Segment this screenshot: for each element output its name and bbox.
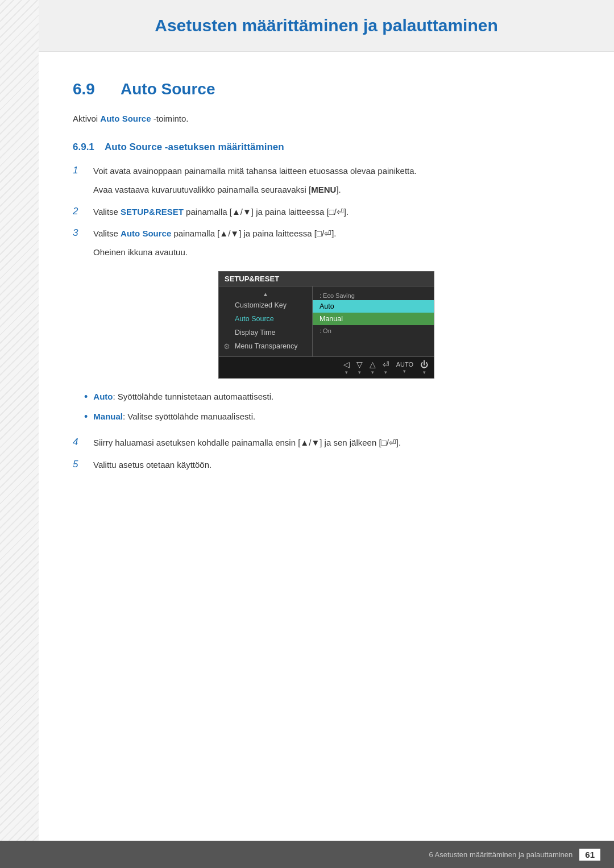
gear-icon: ⚙	[223, 342, 230, 350]
up-icon: △	[370, 360, 376, 369]
step-3-prefix: Valitse	[93, 229, 121, 238]
subsection-number: 6.9.1	[73, 142, 94, 152]
menu-body: ▲ Customized Key Auto Source Display Tim…	[219, 286, 434, 356]
navigate-icon: ▽	[356, 360, 363, 369]
step-1-number: 1	[73, 164, 84, 176]
bullet-list: • Auto: Syöttölähde tunnistetaan automaa…	[84, 390, 580, 425]
steps-list-2: 4 Siirry haluamasi asetuksen kohdalle pa…	[73, 436, 580, 472]
page-container: Asetusten määrittäminen ja palauttaminen…	[39, 0, 614, 868]
step-3-number: 3	[73, 227, 84, 239]
back-icon: ◁	[343, 360, 350, 369]
step-2-prefix: Valitse	[93, 207, 121, 217]
intro-bold: Auto Source	[100, 114, 151, 123]
step-1-sub: Avaa vastaava kuvaruutuvalikko painamall…	[93, 183, 580, 197]
intro-paragraph: Aktivoi Auto Source -toiminto.	[73, 112, 580, 126]
menu-item-menu-transparency: ⚙ Menu Transparency	[219, 339, 312, 353]
menu-bottom-bar: ◁ ▾ ▽ ▾ △ ▾ ⏎ ▾ AUTO ▾ ⏻ ▾	[219, 356, 434, 378]
menu-bottom-icon-enter: ⏎ ▾	[383, 360, 389, 375]
enter-label: ▾	[384, 369, 387, 375]
menu-item-customized-key: Customized Key	[219, 298, 312, 312]
steps-list: 1 Voit avata avainoppaan painamalla mitä…	[73, 164, 580, 260]
step-1-text: Voit avata avainoppaan painamalla mitä t…	[93, 166, 417, 176]
step-3-content: Valitse Auto Source painamalla [▲/▼] ja …	[93, 227, 580, 260]
step-4: 4 Siirry haluamasi asetuksen kohdalle pa…	[73, 436, 580, 450]
back-icon-label: ▾	[345, 369, 348, 375]
bullet-item-manual: • Manual: Valitse syöttölähde manuaalise…	[84, 410, 580, 425]
menu-right-eco-label: : Eco Saving	[313, 290, 434, 300]
auto-icon: AUTO	[396, 361, 413, 368]
menu-bottom-icon-up: △ ▾	[370, 360, 376, 375]
auto-label: ▾	[403, 368, 406, 374]
left-stripe	[0, 0, 39, 868]
intro-prefix: Aktivoi	[73, 114, 98, 123]
bullet-manual-desc: : Valitse syöttölähde manuaalisesti.	[123, 412, 255, 421]
menu-header-label: SETUP&RESET	[219, 272, 434, 286]
footer-text: 6 Asetusten määrittäminen ja palauttamin…	[429, 850, 572, 859]
power-icon: ⏻	[420, 360, 428, 369]
step-2-content: Valitse SETUP&RESET painamalla [▲/▼] ja …	[93, 205, 580, 219]
menu-item-display-time: Display Time	[219, 326, 312, 339]
step-1: 1 Voit avata avainoppaan painamalla mitä…	[73, 164, 580, 197]
bullet-auto-label: Auto	[93, 392, 113, 401]
menu-screenshot: SETUP&RESET ▲ Customized Key Auto Source…	[218, 271, 434, 379]
section-number: 6.9	[73, 80, 107, 98]
page-footer: 6 Asetusten määrittäminen ja palauttamin…	[0, 841, 614, 868]
bullet-auto-text: Auto: Syöttölähde tunnistetaan automaatt…	[93, 390, 273, 404]
menu-right-on-label: : On	[313, 325, 434, 335]
menu-item-auto-source: Auto Source	[219, 312, 312, 326]
menu-bottom-icon-back: ◁ ▾	[343, 360, 350, 375]
intro-suffix: -toiminto.	[154, 114, 189, 123]
step-3: 3 Valitse Auto Source painamalla [▲/▼] j…	[73, 227, 580, 260]
step-3-sub: Oheinen ikkuna avautuu.	[93, 246, 580, 260]
bullet-manual-label: Manual	[93, 412, 123, 421]
step-5: 5 Valittu asetus otetaan käyttöön.	[73, 458, 580, 472]
step-2-number: 2	[73, 205, 84, 217]
menu-right-auto: Auto	[313, 300, 434, 313]
bullet-dot-manual: •	[84, 409, 88, 425]
chapter-title: Asetusten määrittäminen ja palauttaminen	[73, 16, 580, 35]
subsection-title: Auto Source -asetuksen määrittäminen	[105, 142, 284, 152]
section-title: Auto Source	[121, 80, 215, 98]
step-1-content: Voit avata avainoppaan painamalla mitä t…	[93, 164, 580, 197]
step-5-content: Valittu asetus otetaan käyttöön.	[93, 458, 580, 472]
step-3-suffix: painamalla [▲/▼] ja paina laitteessa [□/…	[171, 229, 336, 238]
step-5-number: 5	[73, 458, 84, 470]
up-label: ▾	[371, 369, 374, 375]
menu-bottom-icon-navigate: ▽ ▾	[356, 360, 363, 375]
step-3-bold: Auto Source	[121, 229, 171, 238]
navigate-label: ▾	[358, 369, 361, 375]
section-heading: 6.9 Auto Source	[73, 80, 580, 98]
menu-right-column: : Eco Saving Auto Manual : On	[313, 286, 434, 356]
menu-left-column: ▲ Customized Key Auto Source Display Tim…	[219, 286, 313, 356]
footer-page-number: 61	[579, 849, 600, 861]
bullet-item-auto: • Auto: Syöttölähde tunnistetaan automaa…	[84, 390, 580, 405]
step-2-suffix: painamalla [▲/▼] ja paina laitteessa [□/…	[184, 207, 349, 217]
bullet-manual-text: Manual: Valitse syöttölähde manuaalisest…	[93, 410, 255, 423]
bullet-auto-desc: : Syöttölähde tunnistetaan automaattises…	[113, 392, 273, 401]
chapter-header: Asetusten määrittäminen ja palauttaminen	[39, 0, 614, 52]
menu-right-manual: Manual	[313, 313, 434, 325]
subsection-heading: 6.9.1 Auto Source -asetuksen määrittämin…	[73, 142, 580, 153]
bullet-dot-auto: •	[84, 389, 88, 405]
menu-bottom-icon-auto: AUTO ▾	[396, 361, 413, 374]
step-4-number: 4	[73, 436, 84, 448]
step-4-content: Siirry haluamasi asetuksen kohdalle pain…	[93, 436, 580, 450]
power-label: ▾	[423, 369, 426, 375]
menu-key: MENU	[311, 185, 336, 194]
step-2: 2 Valitse SETUP&RESET painamalla [▲/▼] j…	[73, 205, 580, 219]
menu-bottom-icon-power: ⏻ ▾	[420, 360, 428, 375]
menu-arrow-top: ▲	[219, 290, 312, 298]
step-2-bold: SETUP&RESET	[121, 207, 184, 217]
enter-icon: ⏎	[383, 360, 389, 369]
